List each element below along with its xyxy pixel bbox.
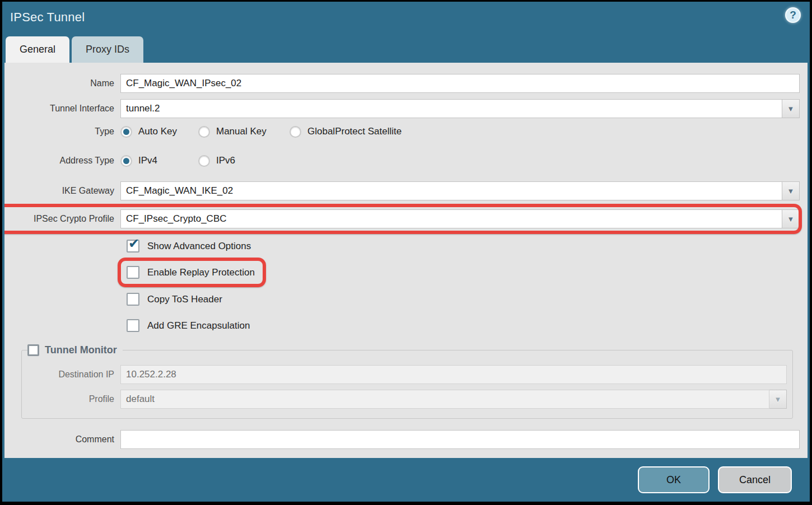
- tunnel-monitor-label: Tunnel Monitor: [45, 344, 117, 356]
- help-button[interactable]: ?: [785, 7, 801, 23]
- profile-input: [120, 390, 769, 409]
- radio-unselected-icon: [198, 155, 210, 167]
- enable-replay-protection-checkbox[interactable]: Enable Replay Protection: [127, 265, 255, 280]
- destination-ip-row: Destination IP: [22, 365, 787, 384]
- cancel-button[interactable]: Cancel: [718, 466, 792, 493]
- tab-bar: General Proxy IDs: [2, 36, 810, 63]
- copy-tos-header-checkbox[interactable]: Copy ToS Header: [127, 292, 222, 307]
- advanced-options-group: ✔ Show Advanced Options Enable Replay Pr…: [127, 239, 800, 333]
- check-icon: ✔: [128, 237, 139, 250]
- tunnel-interface-label: Tunnel Interface: [4, 104, 120, 114]
- radio-selected-icon: [120, 155, 132, 167]
- title-bar: IPSec Tunnel ?: [2, 2, 810, 36]
- chevron-down-icon: ▼: [787, 188, 795, 195]
- address-type-row: Address Type IPv4 IPv6: [4, 153, 800, 168]
- tab-proxy-ids[interactable]: Proxy IDs: [72, 36, 143, 63]
- radio-ipv6-label: IPv6: [216, 155, 235, 166]
- address-type-label: Address Type: [4, 156, 120, 166]
- name-label: Name: [4, 78, 120, 88]
- radio-unselected-icon: [290, 126, 301, 138]
- radio-manual-key-label: Manual Key: [216, 126, 267, 137]
- radio-ipv4[interactable]: IPv4: [120, 155, 198, 167]
- tunnel-interface-input[interactable]: [120, 99, 782, 118]
- ipsec-crypto-profile-dropdown-button[interactable]: ▼: [782, 209, 800, 228]
- comment-input[interactable]: [120, 430, 800, 449]
- type-row: Type Auto Key Manual Key GlobalProtect S…: [4, 124, 800, 139]
- destination-ip-input: [120, 365, 787, 384]
- checkbox-checked-icon: ✔: [127, 240, 139, 252]
- chevron-down-icon: ▼: [774, 396, 782, 403]
- radio-globalprotect-label: GlobalProtect Satellite: [307, 126, 402, 137]
- radio-selected-icon: [120, 126, 132, 138]
- tab-general[interactable]: General: [6, 36, 69, 63]
- checkbox-unchecked-icon: [127, 319, 139, 332]
- radio-globalprotect-satellite[interactable]: GlobalProtect Satellite: [290, 126, 402, 138]
- comment-row: Comment: [4, 430, 800, 449]
- radio-auto-key[interactable]: Auto Key: [120, 126, 198, 138]
- radio-ipv4-label: IPv4: [138, 155, 157, 166]
- ipsec-crypto-profile-input[interactable]: [120, 209, 782, 228]
- ike-gateway-dropdown-button[interactable]: ▼: [782, 181, 800, 200]
- radio-unselected-icon: [198, 126, 210, 138]
- tunnel-monitor-group: Tunnel Monitor Destination IP Profile ▼: [21, 344, 793, 419]
- checkbox-unchecked-icon: [127, 293, 139, 306]
- chevron-down-icon: ▼: [787, 105, 795, 113]
- profile-row: Profile ▼: [22, 390, 787, 409]
- ipsec-crypto-profile-label: IPSec Crypto Profile: [4, 214, 120, 224]
- tunnel-interface-row: Tunnel Interface ▼: [4, 99, 800, 118]
- ike-gateway-input[interactable]: [120, 181, 782, 200]
- dialog-title: IPSec Tunnel: [10, 10, 85, 25]
- tunnel-monitor-checkbox[interactable]: [27, 344, 39, 356]
- add-gre-encapsulation-label: Add GRE Encapsulation: [147, 320, 250, 331]
- radio-ipv6[interactable]: IPv6: [198, 155, 235, 167]
- tab-proxy-ids-label: Proxy IDs: [86, 44, 129, 55]
- enable-replay-protection-label: Enable Replay Protection: [147, 267, 255, 278]
- name-input[interactable]: [120, 74, 800, 93]
- tab-general-label: General: [20, 44, 55, 55]
- copy-tos-header-label: Copy ToS Header: [147, 294, 222, 305]
- show-advanced-options-checkbox[interactable]: ✔ Show Advanced Options: [127, 239, 251, 254]
- show-advanced-options-label: Show Advanced Options: [147, 241, 251, 252]
- comment-label: Comment: [4, 434, 120, 445]
- general-tab-panel: Name Tunnel Interface ▼ Type Auto Key: [4, 63, 808, 458]
- ipsec-tunnel-dialog: IPSec Tunnel ? General Proxy IDs Name Tu…: [2, 2, 810, 502]
- add-gre-encapsulation-checkbox[interactable]: Add GRE Encapsulation: [127, 318, 250, 333]
- chevron-down-icon: ▼: [787, 216, 795, 223]
- name-row: Name: [4, 74, 800, 93]
- profile-dropdown-button: ▼: [769, 390, 787, 409]
- checkbox-unchecked-icon: [127, 266, 139, 279]
- dialog-footer: OK Cancel: [2, 458, 810, 502]
- tunnel-monitor-legend: Tunnel Monitor: [27, 344, 123, 356]
- radio-manual-key[interactable]: Manual Key: [198, 126, 290, 138]
- type-label: Type: [4, 127, 120, 137]
- radio-auto-key-label: Auto Key: [138, 126, 177, 137]
- tunnel-interface-dropdown-button[interactable]: ▼: [782, 99, 800, 118]
- profile-label: Profile: [22, 394, 120, 404]
- ike-gateway-label: IKE Gateway: [4, 186, 120, 196]
- ipsec-crypto-profile-row: IPSec Crypto Profile ▼: [4, 209, 800, 228]
- ike-gateway-row: IKE Gateway ▼: [4, 181, 800, 200]
- help-icon: ?: [790, 10, 796, 20]
- destination-ip-label: Destination IP: [22, 370, 120, 380]
- ok-button[interactable]: OK: [638, 466, 710, 493]
